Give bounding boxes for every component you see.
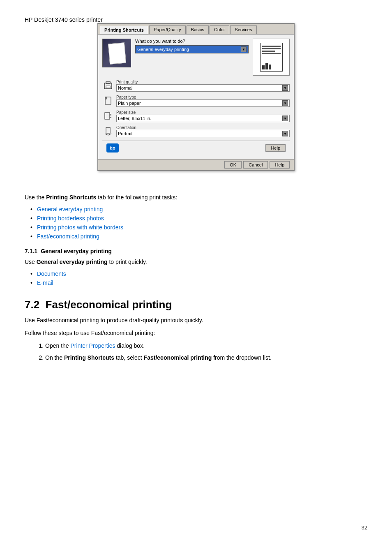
task-list: General everyday printing Printing borde… bbox=[37, 206, 367, 240]
orientation-arrow-icon: ▼ bbox=[282, 131, 288, 136]
intro-before: Use the bbox=[25, 194, 46, 201]
what-dropdown-value: General everyday printing bbox=[137, 47, 189, 52]
paper-type-arrow-icon: ▼ bbox=[282, 100, 288, 106]
print-quality-select[interactable]: Normal ▼ bbox=[116, 84, 290, 92]
tab-basics[interactable]: Basics bbox=[187, 25, 209, 34]
controls-left: Print quality Normal ▼ bbox=[102, 80, 290, 141]
dialog-body: What do you want to do? General everyday… bbox=[98, 35, 294, 159]
section-711-intro-before: Use bbox=[25, 259, 37, 265]
list-item: Printing photos with white borders bbox=[37, 224, 367, 231]
subtask-link-2[interactable]: E-mail bbox=[37, 280, 53, 286]
list-item: Documents bbox=[37, 270, 367, 277]
chart-bar-1 bbox=[262, 65, 265, 69]
what-dropdown[interactable]: General everyday printing ▼ bbox=[135, 45, 249, 53]
section-711-title: General everyday printing bbox=[41, 248, 112, 254]
task-link-4[interactable]: Fast/economical printing bbox=[37, 233, 99, 240]
paper-type-content: Paper type Plain paper ▼ bbox=[116, 95, 290, 107]
page-number: 32 bbox=[362, 525, 367, 531]
paper-size-dropdown-row: Letter, 8.5x11 in. ▼ bbox=[116, 115, 290, 122]
print-quality-value: Normal bbox=[118, 85, 132, 90]
help-button[interactable]: Help bbox=[270, 161, 290, 169]
paper-size-arrow-icon: ▼ bbox=[282, 116, 288, 121]
controls-area: Print quality Normal ▼ bbox=[102, 80, 290, 141]
svg-rect-3 bbox=[105, 97, 111, 104]
orientation-icon bbox=[102, 125, 114, 137]
section-72-title: Fast/economical printing bbox=[46, 298, 172, 311]
dialog-tab-bar: Printing Shortcuts Paper/Quality Basics … bbox=[98, 24, 294, 35]
preview-line-1 bbox=[262, 46, 281, 47]
print-quality-dropdown-row: Normal ▼ bbox=[116, 84, 290, 92]
tab-services[interactable]: Services bbox=[230, 25, 256, 34]
printer-properties-link[interactable]: Printer Properties bbox=[71, 342, 115, 349]
intro-after: tab for the following print tasks: bbox=[96, 194, 177, 201]
orientation-select[interactable]: Portrait ▼ bbox=[116, 130, 290, 137]
svg-rect-8 bbox=[106, 127, 110, 133]
hp-logo: hp bbox=[106, 143, 119, 153]
orientation-value: Portrait bbox=[118, 131, 132, 136]
step-1: Open the Printer Properties dialog box. bbox=[45, 342, 367, 350]
main-content: Use the Printing Shortcuts tab for the f… bbox=[25, 193, 367, 362]
section-72-heading: 7.2 Fast/economical printing bbox=[25, 298, 367, 311]
section-711-intro-bold: General everyday printing bbox=[37, 259, 108, 265]
paper-size-group: Paper size Letter, 8.5x11 in. ▼ bbox=[102, 110, 290, 122]
section-711-intro-after: to print quickly. bbox=[108, 259, 147, 265]
tab-printing-shortcuts[interactable]: Printing Shortcuts bbox=[100, 26, 148, 34]
section-72-para1: Use Fast/economical printing to produce … bbox=[25, 316, 367, 325]
print-quality-label: Print quality bbox=[116, 80, 290, 84]
dropdown-arrow-icon: ▼ bbox=[241, 46, 247, 52]
section-72-number: 7.2 bbox=[25, 298, 39, 311]
svg-rect-2 bbox=[106, 86, 110, 88]
paper-type-value: Plain paper bbox=[118, 101, 141, 106]
header-title: HP Deskjet 3740 series printer bbox=[25, 16, 103, 23]
paper-type-select[interactable]: Plain paper ▼ bbox=[116, 99, 290, 107]
preview-lines bbox=[261, 43, 282, 58]
task-link-2[interactable]: Printing borderless photos bbox=[37, 215, 104, 222]
subtask-list: Documents E-mail bbox=[37, 270, 367, 286]
list-item: Printing borderless photos bbox=[37, 215, 367, 222]
section-711-intro: Use General everyday printing to print q… bbox=[25, 258, 367, 266]
orientation-group: Orientation Portrait ▼ bbox=[102, 125, 290, 137]
orientation-label: Orientation bbox=[116, 125, 290, 130]
paper-type-label: Paper type bbox=[116, 95, 290, 99]
paper-size-label: Paper size bbox=[116, 110, 290, 115]
print-quality-content: Print quality Normal ▼ bbox=[116, 80, 290, 92]
preview-line-4 bbox=[262, 53, 281, 54]
list-item: Fast/economical printing bbox=[37, 233, 367, 240]
subtask-link-1[interactable]: Documents bbox=[37, 270, 66, 277]
cancel-button[interactable]: Cancel bbox=[243, 161, 268, 169]
thumbnail-image bbox=[103, 39, 131, 67]
orientation-dropdown-row: Portrait ▼ bbox=[116, 130, 290, 137]
section-711-heading: 7.1.1General everyday printing bbox=[25, 248, 367, 254]
paper-type-dropdown-row: Plain paper ▼ bbox=[116, 99, 290, 107]
dialog-inner-footer: hp Help bbox=[102, 141, 290, 155]
shortcut-thumbnail bbox=[102, 39, 131, 67]
dialog-wrapper: Printing Shortcuts Paper/Quality Basics … bbox=[25, 23, 367, 183]
printing-shortcuts-bold: Printing Shortcuts bbox=[46, 194, 96, 201]
task-link-1[interactable]: General everyday printing bbox=[37, 206, 103, 213]
svg-rect-1 bbox=[106, 82, 110, 83]
help-button-inner[interactable]: Help bbox=[265, 144, 286, 152]
paper-size-select[interactable]: Letter, 8.5x11 in. ▼ bbox=[116, 115, 290, 122]
tab-color[interactable]: Color bbox=[210, 25, 229, 34]
print-quality-arrow-icon: ▼ bbox=[282, 85, 288, 91]
chart-bar-3 bbox=[269, 65, 271, 69]
printer-dialog: Printing Shortcuts Paper/Quality Basics … bbox=[97, 23, 295, 171]
tab-paper-quality[interactable]: Paper/Quality bbox=[149, 25, 186, 34]
list-item: General everyday printing bbox=[37, 206, 367, 213]
step-2-bold2: Fast/economical printing bbox=[144, 354, 212, 361]
preview-line-3 bbox=[262, 51, 275, 52]
paper-type-icon bbox=[102, 95, 114, 106]
what-label: What do you want to do? bbox=[135, 39, 249, 44]
paper-size-content: Paper size Letter, 8.5x11 in. ▼ bbox=[116, 110, 290, 122]
task-link-3[interactable]: Printing photos with white borders bbox=[37, 224, 123, 231]
ok-button[interactable]: OK bbox=[224, 161, 242, 169]
paper-type-group: Paper type Plain paper ▼ bbox=[102, 95, 290, 107]
print-quality-group: Print quality Normal ▼ bbox=[102, 80, 290, 92]
orientation-content: Orientation Portrait ▼ bbox=[116, 125, 290, 137]
chart-bar-2 bbox=[265, 63, 268, 69]
step-2: On the Printing Shortcuts tab, select Fa… bbox=[45, 354, 367, 362]
intro-paragraph: Use the Printing Shortcuts tab for the f… bbox=[25, 193, 367, 202]
svg-rect-4 bbox=[105, 113, 110, 119]
paper-size-icon bbox=[102, 110, 114, 122]
section-711-number: 7.1.1 bbox=[25, 248, 37, 254]
